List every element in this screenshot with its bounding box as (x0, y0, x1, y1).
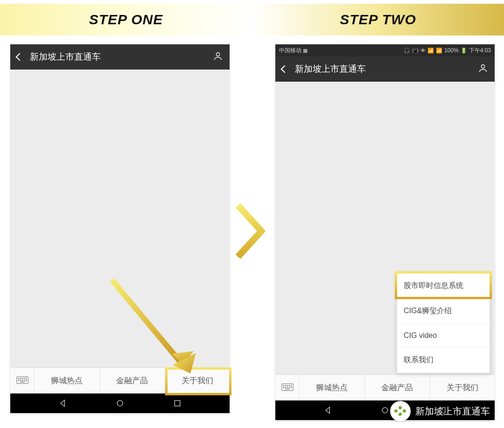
svg-point-23 (289, 385, 290, 386)
svg-point-6 (26, 378, 27, 379)
title-bar: 新加坡上市直通车 (275, 56, 495, 82)
eye-icon: 👁 (420, 48, 426, 53)
svg-point-28 (289, 387, 290, 388)
back-icon[interactable] (16, 53, 24, 61)
title-bar: 新加坡上市直通车 (10, 44, 230, 70)
nav-back-icon[interactable] (323, 406, 333, 415)
tab-lioncity-hot[interactable]: 狮城热点 (35, 368, 100, 393)
svg-line-15 (112, 280, 183, 365)
step-two-label: STEP TWO (252, 4, 504, 35)
svg-point-25 (283, 387, 284, 388)
svg-point-18 (481, 64, 484, 68)
battery-label: 100% (444, 47, 459, 54)
nav-recent-icon[interactable] (173, 399, 182, 408)
tab-about-us[interactable]: 关于我们 (430, 375, 495, 400)
svg-point-24 (291, 385, 292, 386)
svg-point-31 (382, 407, 388, 413)
svg-point-21 (285, 385, 286, 386)
svg-point-26 (285, 387, 286, 388)
step-header: STEP ONE STEP TWO (0, 4, 504, 35)
keyboard-toggle-icon[interactable] (10, 368, 35, 393)
submenu-label: CIG&狮玺介绍 (404, 307, 452, 315)
watermark-text: 新加坡上市直通车 (415, 405, 490, 418)
tab-financial-products[interactable]: 金融产品 (365, 375, 430, 400)
nav-home-icon[interactable] (380, 406, 390, 415)
svg-point-27 (287, 387, 288, 388)
android-status-bar: 中国移动 ▦ 🎧 📳 👁 📶 📶 100% 🔋 下午4:03 (275, 44, 495, 56)
svg-point-4 (22, 378, 23, 379)
svg-point-29 (291, 387, 292, 388)
submenu-label: 联系我们 (404, 356, 434, 364)
bottom-tab-bar: 狮城热点 金融产品 关于我们 (275, 374, 495, 400)
submenu-label: CIG video (404, 331, 437, 339)
submenu-contact-us[interactable]: 联系我们 (397, 348, 490, 373)
svg-point-5 (24, 378, 25, 379)
about-us-submenu: 股市即时信息系统 CIG&狮玺介绍 CIG video 联系我们 (397, 273, 490, 373)
step-one-label: STEP ONE (0, 4, 252, 35)
svg-point-20 (283, 385, 284, 386)
svg-point-10 (24, 380, 25, 381)
submenu-label: 股市即时信息系统 (404, 281, 463, 289)
svg-point-13 (117, 400, 123, 406)
svg-point-9 (22, 380, 23, 381)
svg-point-22 (287, 385, 288, 386)
tab-label: 狮城热点 (316, 382, 348, 393)
wifi-icon: 📶 (427, 48, 434, 53)
tab-label: 关于我们 (447, 382, 478, 393)
tab-label: 狮城热点 (51, 375, 83, 386)
back-icon[interactable] (281, 65, 289, 73)
profile-icon[interactable] (478, 63, 488, 76)
android-nav-bar (10, 393, 230, 413)
headphone-icon: 🎧 (404, 48, 410, 53)
svg-point-11 (26, 380, 27, 381)
submenu-stock-info[interactable]: 股市即时信息系统 (397, 274, 490, 299)
phone-step-two: 中国移动 ▦ 🎧 📳 👁 📶 📶 100% 🔋 下午4:03 新加坡上市直通车 (275, 44, 495, 420)
sim-icon: ▦ (303, 48, 308, 53)
wechat-watermark: 新加坡上市直通车 (390, 401, 490, 421)
svg-point-0 (216, 52, 219, 56)
profile-icon[interactable] (213, 51, 223, 63)
svg-point-2 (18, 378, 19, 379)
svg-point-8 (20, 380, 21, 381)
svg-point-3 (20, 378, 21, 379)
keyboard-toggle-icon[interactable] (275, 375, 300, 400)
svg-rect-14 (175, 400, 180, 406)
tab-label: 金融产品 (381, 382, 413, 393)
submenu-cig-video[interactable]: CIG video (397, 324, 490, 348)
page-title: 新加坡上市直通车 (295, 63, 366, 75)
page-title: 新加坡上市直通车 (30, 51, 101, 63)
submenu-cig-intro[interactable]: CIG&狮玺介绍 (397, 299, 490, 324)
step-arrow-icon (233, 201, 271, 263)
vibrate-icon: 📳 (412, 48, 419, 53)
time-label: 下午4:03 (469, 47, 491, 55)
carrier-label: 中国移动 (279, 47, 301, 54)
nav-home-icon[interactable] (115, 399, 125, 408)
svg-point-7 (18, 380, 19, 381)
signal-icon: 📶 (436, 48, 442, 53)
pointer-arrow-icon (103, 275, 205, 389)
wechat-logo-icon (390, 401, 411, 421)
nav-back-icon[interactable] (58, 399, 68, 408)
tab-lioncity-hot[interactable]: 狮城热点 (300, 375, 365, 400)
battery-icon: 🔋 (461, 48, 467, 53)
